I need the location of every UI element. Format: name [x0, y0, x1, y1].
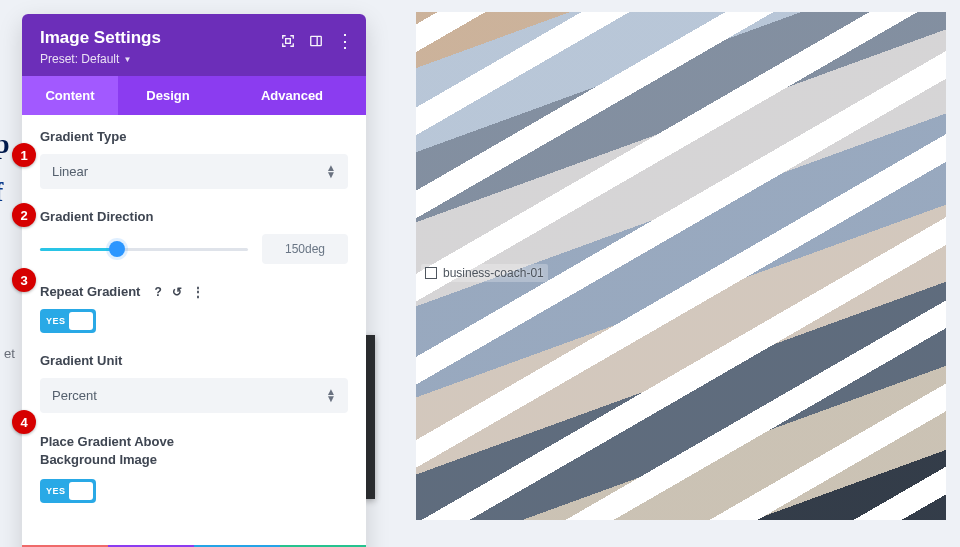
callout-1: 1 — [12, 143, 36, 167]
panel-header: Image Settings Preset: Default ▼ ⋮ — [22, 14, 366, 76]
decor-f: f — [0, 178, 10, 206]
gradient-direction-value[interactable]: 150deg — [262, 234, 348, 264]
toggle-label: YES — [46, 486, 66, 496]
field-gradient-type: Gradient Type Linear ▲▼ — [40, 129, 348, 189]
toggle-knob — [69, 312, 93, 330]
reset-icon[interactable]: ↺ — [172, 285, 182, 299]
options-icon[interactable]: ⋮ — [192, 285, 204, 299]
callout-3: 3 — [12, 268, 36, 292]
tab-content[interactable]: Content — [22, 76, 118, 115]
callout-2: 2 — [12, 203, 36, 227]
gradient-type-label: Gradient Type — [40, 129, 348, 144]
preview-caption: business-coach-01 — [421, 264, 548, 282]
settings-panel: Image Settings Preset: Default ▼ ⋮ Conte… — [22, 14, 366, 547]
toggle-label: YES — [46, 316, 66, 326]
help-icon[interactable]: ? — [154, 285, 161, 299]
place-above-label-1: Place Gradient Above — [40, 433, 348, 451]
gradient-direction-slider[interactable] — [40, 239, 248, 259]
chevron-down-icon: ▼ — [123, 55, 131, 64]
toggle-knob — [69, 482, 93, 500]
svg-rect-0 — [286, 39, 291, 44]
callout-4: 4 — [12, 410, 36, 434]
panel-body: Gradient Type Linear ▲▼ Gradient Directi… — [22, 115, 366, 545]
field-place-above: Place Gradient Above Background Image YE… — [40, 433, 348, 503]
field-gradient-direction: Gradient Direction 150deg — [40, 209, 348, 264]
tab-design[interactable]: Design — [118, 76, 218, 115]
slider-fill — [40, 248, 117, 251]
decor-et: et — [4, 346, 15, 361]
more-icon[interactable]: ⋮ — [336, 32, 354, 50]
place-above-toggle[interactable]: YES — [40, 479, 96, 503]
header-actions: ⋮ — [280, 32, 354, 50]
focus-icon[interactable] — [280, 33, 296, 49]
slider-thumb[interactable] — [109, 241, 125, 257]
place-above-label-2: Background Image — [40, 451, 348, 469]
gradient-unit-value: Percent — [52, 388, 97, 403]
preview-caption-text: business-coach-01 — [443, 266, 544, 280]
decorative-bg-letters: p f — [0, 130, 10, 226]
preview-image: business-coach-01 — [416, 12, 946, 520]
gradient-direction-label: Gradient Direction — [40, 209, 348, 224]
gradient-type-value: Linear — [52, 164, 88, 179]
select-arrows-icon: ▲▼ — [326, 389, 336, 402]
repeat-gradient-label: Repeat Gradient — [40, 284, 140, 299]
sidebar-icon[interactable] — [308, 33, 324, 49]
select-arrows-icon: ▲▼ — [326, 165, 336, 178]
preset-selector[interactable]: Preset: Default ▼ — [40, 52, 348, 66]
gradient-unit-select[interactable]: Percent ▲▼ — [40, 378, 348, 413]
tab-bar: Content Design Advanced — [22, 76, 366, 115]
gradient-type-select[interactable]: Linear ▲▼ — [40, 154, 348, 189]
field-gradient-unit: Gradient Unit Percent ▲▼ — [40, 353, 348, 413]
checkbox-icon[interactable] — [425, 267, 437, 279]
svg-rect-1 — [311, 36, 322, 45]
gradient-unit-label: Gradient Unit — [40, 353, 348, 368]
decor-p: p — [0, 130, 10, 158]
tab-advanced[interactable]: Advanced — [218, 76, 366, 115]
preset-label: Preset: Default — [40, 52, 119, 66]
field-repeat-gradient: Repeat Gradient ? ↺ ⋮ YES — [40, 284, 348, 333]
repeat-gradient-toggle[interactable]: YES — [40, 309, 96, 333]
